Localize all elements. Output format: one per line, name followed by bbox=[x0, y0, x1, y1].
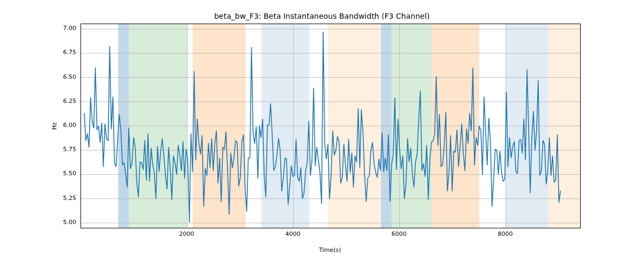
y-tick-label: 6.50 bbox=[63, 73, 77, 80]
y-tick-label: 5.25 bbox=[63, 195, 77, 202]
y-tick-label: 6.00 bbox=[63, 122, 77, 129]
x-tick-label: 2000 bbox=[179, 230, 195, 237]
figure: beta_bw_F3: Beta Instantaneous Bandwidth… bbox=[0, 0, 644, 268]
chart-title: beta_bw_F3: Beta Instantaneous Bandwidth… bbox=[0, 12, 644, 20]
y-tick-label: 7.00 bbox=[63, 25, 77, 32]
x-tick-label: 4000 bbox=[285, 230, 301, 237]
x-axis-label: Time(s) bbox=[80, 247, 580, 254]
y-tick-label: 6.75 bbox=[63, 49, 77, 56]
y-axis-label: Hz bbox=[51, 122, 58, 130]
y-tick-label: 5.00 bbox=[63, 219, 77, 226]
x-tick-label: 8000 bbox=[497, 230, 513, 237]
y-tick-label: 5.50 bbox=[63, 170, 77, 177]
y-tick-label: 6.25 bbox=[63, 98, 77, 105]
axes-svg bbox=[81, 24, 580, 228]
y-tick-label: 5.75 bbox=[63, 146, 77, 153]
plot-area bbox=[80, 24, 581, 228]
x-tick-label: 6000 bbox=[391, 230, 407, 237]
